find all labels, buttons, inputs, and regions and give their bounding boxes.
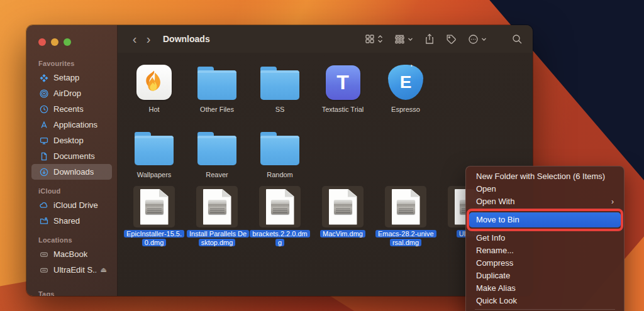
sidebar-item-documents[interactable]: Documents — [31, 148, 112, 164]
selected-icon-backdrop — [133, 186, 175, 227]
sidebar-item-icloud-drive[interactable]: iCloud Drive — [31, 197, 112, 213]
file-random[interactable]: Random — [248, 127, 311, 179]
file-macvim-dmg[interactable]: MacVim.dmg — [311, 186, 374, 248]
close-button[interactable] — [38, 38, 46, 46]
view-style-control[interactable] — [365, 34, 383, 44]
menu-item-compress[interactable]: Compress — [466, 257, 624, 270]
hot-app-icon — [136, 65, 172, 100]
external-disk-icon — [38, 265, 49, 275]
folder-icon — [135, 136, 174, 165]
menu-item-new-folder-with-selection[interactable]: New Folder with Selection (6 Items) — [466, 170, 624, 183]
file-ss[interactable]: SS — [248, 62, 311, 114]
menu-item-quick-look[interactable]: Quick Look — [466, 295, 624, 307]
sidebar-item-label: Desktop — [53, 136, 84, 145]
forward-button[interactable]: › — [142, 32, 155, 46]
textastic-app-icon: T — [326, 65, 360, 100]
tag-button[interactable] — [446, 34, 457, 45]
sidebar-section-tags: Tags — [38, 290, 117, 296]
folder-icon — [260, 136, 299, 165]
sidebar-item-ultraedit-disk[interactable]: UltraEdit S... ⏏ — [31, 262, 112, 278]
share-button[interactable] — [425, 33, 435, 45]
desktop-icon — [38, 136, 49, 146]
file-label-selected: MacVim.dmg — [320, 230, 365, 237]
dmg-file-icon — [140, 189, 169, 225]
file-other-files[interactable]: Other Files — [186, 62, 248, 114]
window-title: Downloads — [163, 34, 210, 44]
file-label-selected: Emacs-28.2-universal.dmg — [375, 230, 436, 246]
folder-icon — [197, 136, 236, 165]
file-parallels-dmg[interactable]: Install Parallels Desktop.dmg — [186, 186, 248, 248]
eject-icon[interactable]: ⏏ — [101, 266, 107, 274]
sidebar-section-icloud: iCloud — [38, 187, 117, 195]
menu-item-make-alias[interactable]: Make Alias — [466, 282, 624, 295]
file-textastic-trial[interactable]: T Textastic Trial — [311, 62, 374, 114]
file-row-1: Hot Other Files SS T Textastic Trial E E… — [123, 62, 437, 114]
submenu-arrow-icon: › — [611, 195, 614, 208]
file-label: Reaver — [206, 170, 228, 179]
sidebar-item-label: Setapp — [53, 73, 79, 82]
sidebar-item-airdrop[interactable]: AirDrop — [31, 85, 112, 101]
sidebar-item-desktop[interactable]: Desktop — [31, 133, 112, 148]
sidebar-item-downloads[interactable]: Downloads — [31, 164, 112, 180]
sidebar-section-locations: Locations — [38, 236, 117, 244]
search-button[interactable] — [512, 34, 523, 45]
setapp-icon — [38, 73, 49, 83]
applications-icon — [38, 120, 49, 130]
group-by-control[interactable] — [394, 34, 413, 44]
sidebar-item-label: UltraEdit S... — [53, 265, 96, 275]
back-button[interactable]: ‹ — [128, 32, 142, 46]
file-label: SS — [275, 105, 285, 114]
up-down-chevrons-icon — [377, 34, 383, 44]
file-label-selected: EpicInstaller-15.5.0.dmg — [124, 230, 184, 246]
file-reaver[interactable]: Reaver — [186, 127, 248, 179]
more-actions-control[interactable] — [468, 34, 487, 45]
folder-icon — [197, 70, 236, 100]
sidebar-item-label: AirDrop — [53, 89, 81, 98]
file-label: Other Files — [200, 105, 234, 114]
file-epicinstaller-dmg[interactable]: EpicInstaller-15.5.0.dmg — [123, 186, 186, 248]
menu-item-open[interactable]: Open — [466, 183, 624, 195]
sidebar-item-label: Downloads — [53, 167, 94, 177]
sidebar-item-recents[interactable]: Recents — [31, 101, 112, 117]
file-brackets-dmg[interactable]: brackets.2.2.0.dmg — [248, 186, 311, 248]
menu-item-rename[interactable]: Rename... — [466, 244, 624, 257]
file-label: Random — [267, 170, 293, 179]
sidebar-item-label: Applications — [53, 120, 97, 129]
sidebar-item-label: Recents — [53, 104, 84, 114]
menu-item-move-to-bin[interactable]: Move to Bin — [469, 212, 621, 227]
menu-item-get-info[interactable]: Get Info — [466, 232, 624, 244]
dmg-file-icon — [329, 189, 357, 225]
group-by-icon — [394, 34, 405, 44]
sidebar-item-label: Documents — [53, 151, 95, 161]
chevron-down-icon — [408, 36, 413, 42]
file-hot[interactable]: Hot — [123, 62, 186, 114]
menu-separator — [475, 309, 615, 310]
file-label: Wallpapers — [137, 170, 172, 179]
menu-item-open-with[interactable]: Open With› — [466, 195, 624, 208]
sidebar-item-setapp[interactable]: Setapp — [31, 70, 112, 85]
zoom-button[interactable] — [64, 38, 71, 46]
minimize-button[interactable] — [51, 38, 58, 46]
finder-window: Favourites Setapp AirDrop Recents Applic… — [26, 25, 533, 296]
file-emacs-dmg[interactable]: Emacs-28.2-universal.dmg — [374, 186, 437, 248]
finder-toolbar: ‹ › Downloads — [118, 25, 533, 53]
sidebar-item-shared[interactable]: Shared — [31, 213, 112, 229]
selected-icon-backdrop — [385, 186, 426, 227]
sidebar-item-label: iCloud Drive — [53, 200, 98, 210]
file-label-selected: brackets.2.2.0.dmg — [250, 230, 309, 246]
file-row-3: EpicInstaller-15.5.0.dmg Install Paralle… — [123, 186, 500, 248]
share-icon — [425, 33, 435, 45]
sidebar-item-applications[interactable]: Applications — [31, 117, 112, 133]
document-icon — [38, 151, 49, 161]
menu-item-duplicate[interactable]: Duplicate — [466, 270, 624, 282]
file-wallpapers[interactable]: Wallpapers — [123, 127, 186, 179]
file-espresso[interactable]: E Espresso — [374, 62, 437, 114]
dmg-file-icon — [203, 189, 231, 225]
file-label: Textastic Trial — [322, 105, 364, 114]
folder-icon — [260, 70, 299, 100]
sidebar-item-macbook[interactable]: MacBook — [31, 246, 112, 262]
sidebar-item-label: Shared — [53, 216, 80, 226]
traffic-lights — [38, 38, 117, 46]
file-label-selected: Install Parallels Desktop.dmg — [187, 230, 249, 246]
selected-icon-backdrop — [322, 186, 364, 227]
